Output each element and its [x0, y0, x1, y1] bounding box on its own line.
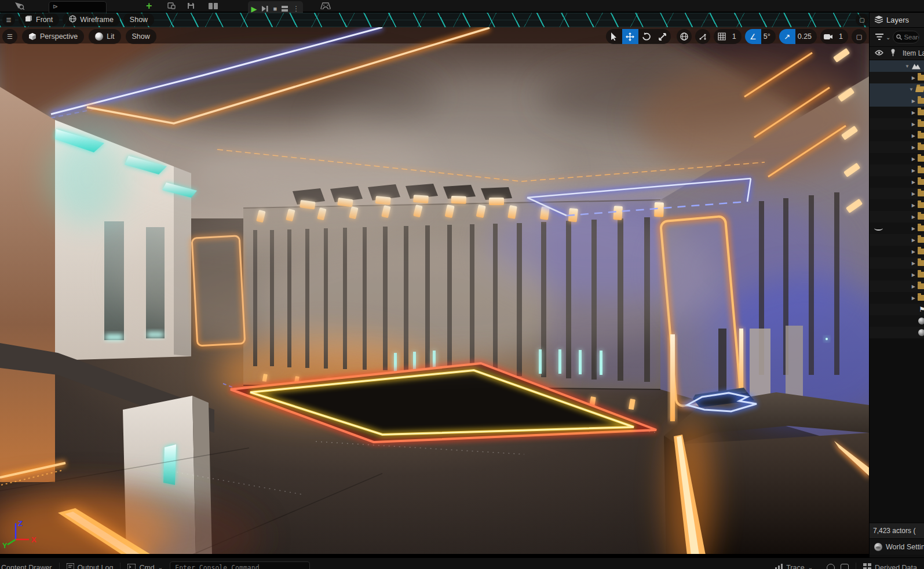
tab-layers[interactable]: Layers: [870, 13, 924, 28]
search-box[interactable]: [893, 31, 919, 43]
lit-mode-button[interactable]: Lit: [89, 29, 120, 44]
content-browser-icon[interactable]: [209, 3, 218, 9]
add-content-icon[interactable]: +: [146, 0, 152, 12]
panel-empty-area[interactable]: [870, 338, 924, 523]
wire-render-mode-button[interactable]: Wireframe: [63, 13, 120, 26]
layer-row[interactable]: ▼: [870, 83, 924, 95]
play-options-icon[interactable]: ⋮: [293, 5, 300, 13]
layer-row[interactable]: ▶: [870, 118, 924, 130]
layer-row[interactable]: ▶: [870, 246, 924, 257]
layer-row[interactable]: ▶: [870, 223, 924, 234]
blueprints-icon[interactable]: [167, 2, 176, 9]
world-settings-button[interactable]: World Settings: [870, 538, 924, 555]
layer-row[interactable]: ▶: [870, 280, 924, 292]
grid-snap-value[interactable]: 1: [730, 32, 742, 41]
chevron-expanded-icon[interactable]: ▼: [909, 87, 914, 92]
layer-row[interactable]: ▶: [870, 107, 924, 118]
screenshot-icon[interactable]: [841, 564, 849, 569]
wireframe-viewport-strip[interactable]: ☰ Front Wireframe Show ▢: [0, 13, 869, 27]
rotate-tool-icon[interactable]: [638, 29, 655, 44]
chevron-collapsed-icon[interactable]: ▶: [912, 75, 915, 81]
filter-icon[interactable]: [875, 32, 883, 42]
camera-icon[interactable]: [820, 29, 837, 44]
perspective-viewport[interactable]: Z X Y ☰ Perspective Lit Show 1 ∠: [0, 27, 869, 555]
layer-row[interactable]: ▶: [870, 165, 924, 176]
stop-icon[interactable]: ■: [273, 5, 277, 12]
trace-button[interactable]: Trace ⌄: [768, 558, 820, 569]
scale-tool-icon[interactable]: [655, 29, 671, 44]
content-drawer-button[interactable]: Content Drawer: [0, 558, 59, 569]
chevron-collapsed-icon[interactable]: ▶: [912, 249, 915, 254]
layer-row[interactable]: ▶: [870, 141, 924, 153]
layer-row[interactable]: ⚑: [870, 304, 924, 315]
chevron-collapsed-icon[interactable]: ▶: [912, 214, 915, 220]
chevron-collapsed-icon[interactable]: ▶: [912, 203, 915, 208]
chevron-collapsed-icon[interactable]: ▶: [912, 261, 915, 266]
layer-row[interactable]: ▶: [870, 176, 924, 188]
grid-snap-icon[interactable]: [714, 29, 730, 44]
angle-snap-value[interactable]: 5°: [761, 32, 776, 41]
camera-speed-value[interactable]: 1: [837, 32, 848, 41]
derived-data-button[interactable]: Derived Data: [856, 558, 924, 569]
item-label-column[interactable]: Item Label: [903, 49, 924, 57]
surface-snapping-icon[interactable]: [695, 29, 710, 44]
chevron-collapsed-icon[interactable]: ▶: [912, 168, 915, 173]
chevron-collapsed-icon[interactable]: ▶: [912, 110, 915, 115]
layer-row[interactable]: ▶: [870, 153, 924, 165]
view-mode-button[interactable]: Perspective: [22, 29, 84, 44]
chevron-collapsed-icon[interactable]: ▶: [912, 272, 915, 278]
wire-show-button[interactable]: Show: [123, 13, 154, 26]
layer-row[interactable]: ▶: [870, 95, 924, 107]
chevron-expanded-icon[interactable]: ▼: [905, 64, 910, 69]
editor-modes-icon[interactable]: [14, 2, 24, 10]
show-button[interactable]: Show: [126, 29, 156, 44]
visibility-hidden-icon[interactable]: [874, 226, 883, 231]
chevron-collapsed-icon[interactable]: ▶: [912, 133, 915, 138]
angle-snap-icon[interactable]: ∠: [745, 29, 761, 44]
chevron-collapsed-icon[interactable]: ▶: [912, 156, 915, 162]
world-coordinate-icon[interactable]: [677, 29, 692, 44]
select-tool-icon[interactable]: [606, 29, 622, 44]
layer-row[interactable]: ▶: [870, 234, 924, 246]
wire-view-mode-button[interactable]: Front: [19, 13, 59, 26]
chevron-collapsed-icon[interactable]: ▶: [912, 180, 915, 185]
chevron-collapsed-icon[interactable]: ▶: [912, 226, 915, 231]
console-command-input[interactable]: [170, 561, 310, 569]
chevron-collapsed-icon[interactable]: ▶: [912, 284, 915, 289]
save-icon[interactable]: [187, 2, 195, 9]
layer-row[interactable]: ▶: [870, 72, 924, 83]
layer-row[interactable]: [870, 327, 924, 338]
play-icon[interactable]: ▶: [251, 5, 257, 13]
layer-row[interactable]: ▶: [870, 257, 924, 269]
viewport-menu-button[interactable]: ☰: [2, 29, 17, 44]
layer-row[interactable]: ▶: [870, 269, 924, 280]
layer-row[interactable]: ▶: [870, 199, 924, 211]
search-input[interactable]: [904, 34, 919, 41]
output-log-button[interactable]: Output Log: [60, 558, 120, 569]
chevron-collapsed-icon[interactable]: ▶: [912, 191, 915, 196]
layer-row[interactable]: ▶: [870, 188, 924, 199]
scale-snap-value[interactable]: 0.25: [795, 32, 817, 41]
wire-viewport-menu-button[interactable]: ☰: [2, 13, 15, 26]
move-tool-icon[interactable]: [622, 29, 638, 44]
layer-row[interactable]: [870, 315, 924, 327]
platforms-icon[interactable]: [320, 2, 331, 9]
layer-row[interactable]: ▼: [870, 60, 924, 72]
chevron-collapsed-icon[interactable]: ▶: [912, 122, 915, 127]
chevron-collapsed-icon[interactable]: ▶: [912, 99, 915, 104]
wire-maximize-button[interactable]: ▢: [856, 13, 868, 26]
chevron-collapsed-icon[interactable]: ▶: [912, 296, 915, 301]
layer-row[interactable]: ▶: [870, 292, 924, 304]
insights-icon[interactable]: [827, 564, 835, 569]
skip-icon[interactable]: [262, 6, 269, 12]
pin-column-icon[interactable]: [890, 49, 896, 58]
chevron-collapsed-icon[interactable]: ▶: [912, 145, 915, 150]
viewport-maximize-button[interactable]: ▢: [852, 29, 867, 44]
filter-chevron-icon[interactable]: ⌄: [886, 34, 890, 41]
layer-row[interactable]: ▶: [870, 130, 924, 141]
scale-snap-icon[interactable]: ↗: [779, 29, 795, 44]
visibility-column-icon[interactable]: [875, 49, 883, 57]
chevron-collapsed-icon[interactable]: ▶: [912, 238, 915, 243]
layer-row[interactable]: ▶: [870, 211, 924, 223]
eject-icon[interactable]: [282, 6, 288, 12]
